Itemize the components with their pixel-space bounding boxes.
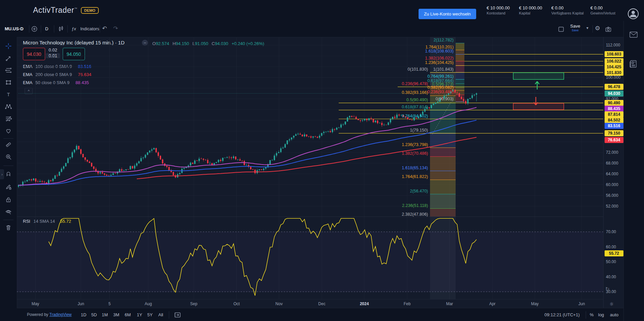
axis-settings-icon[interactable]: ☼ [609,301,614,307]
rsi-pane [17,218,603,296]
svg-text:T: T [7,92,10,97]
text-icon[interactable]: T [2,90,14,100]
recenter-icon[interactable]: ↻ [605,286,610,292]
drawing-pencil-icon[interactable] [2,182,14,192]
trash-icon[interactable] [2,222,14,233]
range-button-1y[interactable]: 1Y [137,312,142,317]
hide-drawings-icon[interactable] [2,206,14,216]
fib-retracement-label: 2.382(47.806) [402,212,428,217]
save-button[interactable]: Save Save [570,24,580,32]
avatar[interactable] [627,8,639,21]
fib-retracement-label: 1.382(70.486) [402,151,428,156]
divider [592,25,593,33]
stat-label: Kapital [519,11,542,15]
log-scale-toggle[interactable]: log [598,312,604,317]
fib-retracement-icon[interactable] [2,65,14,75]
range-button-6m[interactable]: 6M [125,312,131,317]
price-tick: 100.000 [606,75,620,80]
rail-divider [3,138,13,139]
gear-icon[interactable]: ⚙ [595,25,600,32]
price-badge: 104.425 [605,64,623,70]
price-badge: 76.634 [605,137,623,143]
unlock-icon[interactable] [2,194,14,205]
symbol-label[interactable]: MU.US-D [5,26,24,31]
fib-extension-label: 0.236(93.485) [427,89,454,95]
chart-canvas[interactable] [17,37,603,299]
rsi-tick: 40.00 [606,275,616,279]
month-label: Aug [145,301,152,306]
fib-extension-label: 1.236(104.425) [425,60,454,65]
tradingview-link[interactable]: TradingView [50,312,72,317]
zoom-in-icon[interactable] [2,152,14,162]
stat-label: Kontostand [487,11,510,15]
demo-badge: DEMO [81,7,99,14]
favorites-icon[interactable] [2,126,14,136]
account-stat: € 10 000.00Kontostand [487,5,510,15]
fib-retracement-label: 1(79.150) [410,128,428,133]
price-tick: 52.000 [606,204,618,209]
trend-line-icon[interactable] [2,53,14,63]
go-to-date-icon[interactable] [174,311,181,320]
add-symbol-icon[interactable] [31,26,38,34]
fib-extension-label: 2(112.782) [433,37,454,43]
camera-icon[interactable] [605,26,612,34]
price-badge: 106.022 [605,58,623,64]
fib-extension-label: 1.618(108.603) [425,48,454,54]
layout-icon[interactable] [558,26,564,34]
price-tick: 60.000 [606,182,618,187]
divider [169,311,169,319]
range-button-1d[interactable]: 1D [81,312,87,317]
range-button-all[interactable]: All [158,312,163,317]
month-label: Dec [318,301,325,306]
forecast-icon[interactable] [2,114,14,124]
xabcd-pattern-icon[interactable] [2,102,14,112]
price-badge: 96.478 [605,84,623,90]
divider [54,25,54,33]
timeframe-button[interactable]: D [45,26,48,31]
month-label: Sep [190,301,197,306]
ruler-icon[interactable] [2,140,14,150]
range-button-5y[interactable]: 5Y [147,312,153,317]
app-logo: ActivTrader™DEMO [33,6,99,15]
stat-value: € 0.00 [551,5,584,10]
stat-label: Verfügbares Kapital [551,11,584,15]
range-button-5d[interactable]: 5D [91,312,97,317]
price-badge: 101.830 [605,70,623,76]
redo-icon[interactable]: ↷ [113,25,118,32]
price-badge: 87.814 [605,111,623,117]
chevron-down-icon[interactable]: ▾ [586,26,588,30]
expand-watchlist-tab[interactable]: › [0,169,4,179]
fib-retracement-label: 2.236(51.118) [402,203,428,208]
news-icon[interactable] [629,60,638,70]
divider [100,25,100,33]
top-bar: ActivTrader™DEMO Zu Live-Konto wechseln … [0,0,644,21]
indicators-button[interactable]: ƒx Indicators [71,26,99,32]
chart-style-icon[interactable] [58,26,64,34]
undo-icon[interactable]: ↶ [102,25,107,32]
magnet-icon[interactable] [2,169,14,179]
price-tick: 112.000 [606,43,620,47]
percent-scale-toggle[interactable]: % [590,312,594,317]
rsi-badge: 55.72 [605,250,623,256]
switch-to-live-button[interactable]: Zu Live-Konto wechseln [419,9,476,19]
crosshair-icon[interactable] [2,41,14,51]
divider [67,25,68,33]
fib-extension-label: 0(90.903) [435,96,454,102]
price-badge: 79.150 [605,130,623,136]
auto-scale-toggle[interactable]: auto [610,312,618,317]
account-stat: € 10 000.00Kapital [519,5,542,15]
shapes-icon[interactable] [2,77,14,87]
up-arrow-icon [535,81,539,90]
month-label: Apr [489,301,496,306]
price-badge: 88.435 [605,106,623,112]
stat-value: € 10 000.00 [519,5,542,10]
range-button-1m[interactable]: 1M [102,312,108,317]
stat-label: Gewinn/Verlust [590,11,615,15]
trading-platform: ActivTrader™DEMO Zu Live-Konto wechseln … [0,0,644,321]
fib-retracement-label: 0.236(96.478) [402,81,428,86]
price-badge: 84.502 [605,117,623,123]
mail-icon[interactable] [629,31,638,40]
fx-icon: ƒx [71,26,76,31]
range-button-3m[interactable]: 3M [113,312,119,317]
long-zone [513,73,564,79]
